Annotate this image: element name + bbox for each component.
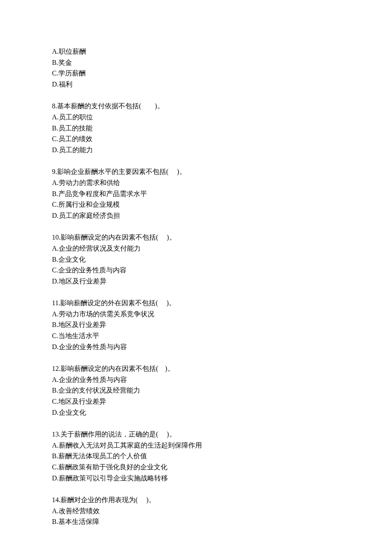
question-13: 13.关于薪酬作用的说法，正确的是( )。 A.薪酬收入无法对员工其家庭的生活起…	[52, 429, 392, 483]
option-d: D.地区及行业差异	[52, 276, 392, 287]
partial-options-top: A.职位薪酬 B.奖金 C.学历薪酬 D.福利	[52, 46, 392, 90]
question-stem: 9.影响企业薪酬水平的主要因素不包括( )。	[52, 166, 392, 177]
question-stem: 13.关于薪酬作用的说法，正确的是( )。	[52, 429, 392, 440]
question-14-partial: 14.薪酬对企业的作用表现为( )。 A.改善经营绩效 B.基本生活保障	[52, 494, 392, 527]
option-d: D.薪酬政策可以引导企业实施战略转移	[52, 473, 392, 484]
question-stem: 10.影响薪酬设定的内在因素不包括( )。	[52, 232, 392, 243]
option-a: A.企业的经营状况及支付能力	[52, 243, 392, 254]
option-c: C.学历薪酬	[52, 68, 392, 79]
option-a: A.改善经营绩效	[52, 506, 392, 517]
option-b: B.薪酬无法体现员工的个人价值	[52, 451, 392, 462]
option-d: D.福利	[52, 79, 392, 90]
option-d: D.企业文化	[52, 407, 392, 418]
option-b: B.企业文化	[52, 254, 392, 265]
option-b: B.基本生活保障	[52, 516, 392, 527]
question-11: 11.影响薪酬设定的外在因素不包括( )。 A.劳动力市场的供需关系竞争状况 B…	[52, 298, 392, 352]
question-stem: 14.薪酬对企业的作用表现为( )。	[52, 494, 392, 506]
option-b: B.奖金	[52, 57, 392, 68]
question-stem: 11.影响薪酬设定的外在因素不包括( )。	[52, 298, 392, 309]
question-9: 9.影响企业薪酬水平的主要因素不包括( )。 A.劳动力的需求和供给 B.产品竞…	[52, 166, 392, 221]
option-c: C.地区及行业差异	[52, 396, 392, 407]
option-a: A.职位薪酬	[52, 46, 392, 57]
option-b: B.员工的技能	[52, 123, 392, 134]
option-a: A.企业的业务性质与内容	[52, 374, 392, 385]
option-c: C.当地生活水平	[52, 330, 392, 341]
question-stem: 8.基本薪酬的支付依据不包括( )。	[52, 101, 392, 112]
question-12: 12.影响薪酬设定的内在因素不包括( )。 A.企业的业务性质与内容 B.企业的…	[52, 363, 392, 418]
option-c: C.所属行业和企业规模	[52, 199, 392, 210]
option-b: B.地区及行业差异	[52, 319, 392, 330]
option-a: A.员工的职位	[52, 112, 392, 123]
option-a: A.劳动力的需求和供给	[52, 177, 392, 188]
option-c: C.薪酬政策有助于强化良好的企业文化	[52, 462, 392, 473]
option-b: B.产品竞争程度和产品需求水平	[52, 188, 392, 199]
option-a: A.劳动力市场的供需关系竞争状况	[52, 309, 392, 320]
option-d: D.员工的能力	[52, 145, 392, 156]
option-b: B.企业的支付状况及经营能力	[52, 385, 392, 396]
option-a: A.薪酬收入无法对员工其家庭的生活起到保障作用	[52, 440, 392, 451]
option-c: C.员工的绩效	[52, 133, 392, 145]
question-8: 8.基本薪酬的支付依据不包括( )。 A.员工的职位 B.员工的技能 C.员工的…	[52, 101, 392, 155]
question-10: 10.影响薪酬设定的内在因素不包括( )。 A.企业的经营状况及支付能力 B.企…	[52, 232, 392, 286]
option-d: D.员工的家庭经济负担	[52, 210, 392, 221]
question-stem: 12.影响薪酬设定的内在因素不包括( )。	[52, 363, 392, 374]
option-d: D.企业的业务性质与内容	[52, 341, 392, 353]
option-c: C.企业的业务性质与内容	[52, 265, 392, 276]
